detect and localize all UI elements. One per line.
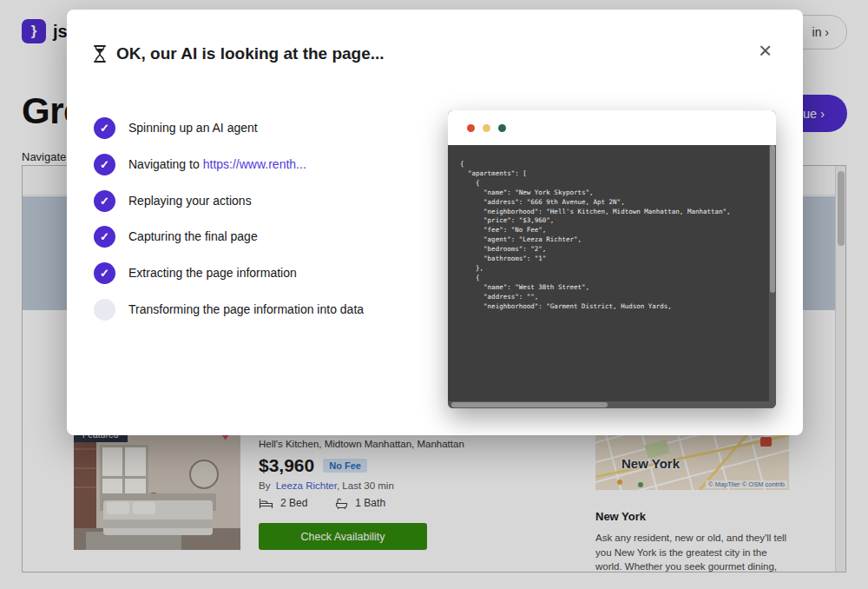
code-line: "address": "666 9th Avenue, Apt 2N", bbox=[460, 198, 757, 208]
check-glyph: ✓ bbox=[100, 195, 109, 208]
check-glyph: ✓ bbox=[100, 158, 109, 171]
step-label: Transforming the page information into d… bbox=[128, 302, 364, 316]
code-window-titlebar bbox=[448, 110, 776, 145]
code-vertical-scrollbar[interactable] bbox=[769, 145, 776, 401]
pending-circle-icon bbox=[94, 299, 115, 321]
step-label: Replaying your actions bbox=[128, 194, 252, 208]
code-line: { bbox=[460, 179, 757, 189]
code-line: "name": "West 38th Street", bbox=[460, 283, 757, 293]
step-row-6: Transforming the page information into d… bbox=[94, 298, 364, 321]
scrollbar-thumb[interactable] bbox=[451, 402, 608, 407]
traffic-light-green-icon bbox=[498, 124, 506, 132]
step-label: Spinning up an AI agent bbox=[128, 121, 258, 135]
navigated-url-link[interactable]: https://www.renth... bbox=[203, 157, 306, 171]
check-circle-icon: ✓ bbox=[94, 117, 115, 139]
code-line: { bbox=[460, 274, 757, 283]
step-row-2: ✓ Navigating tohttps://www.renth... bbox=[94, 153, 306, 175]
traffic-light-red-icon bbox=[467, 124, 475, 132]
check-glyph: ✓ bbox=[100, 267, 109, 280]
scrollbar-thumb[interactable] bbox=[770, 145, 775, 293]
code-line: "name": "New York Skyports", bbox=[460, 189, 757, 198]
scrollbar-corner bbox=[769, 401, 776, 408]
traffic-light-yellow-icon bbox=[483, 124, 490, 132]
step-row-3: ✓ Replaying your actions bbox=[94, 189, 252, 212]
code-window-body: { "apartments": [ { "name": "New York Sk… bbox=[448, 145, 776, 408]
modal-title: OK, our AI is looking at the page... bbox=[116, 44, 385, 63]
code-line: "address": "", bbox=[460, 293, 757, 302]
step-label: Capturing the final page bbox=[128, 229, 258, 243]
check-glyph: ✓ bbox=[100, 230, 109, 243]
code-line: "price": "$3,960", bbox=[460, 216, 757, 226]
close-icon[interactable]: × bbox=[759, 39, 772, 62]
step-label-text: Navigating to bbox=[128, 157, 200, 171]
check-circle-icon: ✓ bbox=[94, 154, 115, 175]
code-line: "neighborhood": "Hell's Kitchen, Midtown… bbox=[460, 208, 757, 217]
check-circle-icon: ✓ bbox=[94, 190, 115, 212]
step-label: Navigating tohttps://www.renth... bbox=[128, 157, 306, 171]
hourglass-icon bbox=[93, 45, 107, 63]
check-circle-icon: ✓ bbox=[94, 262, 115, 284]
modal-title-row: OK, our AI is looking at the page... bbox=[93, 44, 385, 63]
step-label: Extracting the page information bbox=[128, 266, 297, 280]
code-window: { "apartments": [ { "name": "New York Sk… bbox=[448, 110, 776, 408]
code-line: "fee": "No Fee", bbox=[460, 226, 757, 235]
check-circle-icon: ✓ bbox=[94, 226, 115, 248]
step-row-1: ✓ Spinning up an AI agent bbox=[94, 116, 258, 139]
check-glyph: ✓ bbox=[100, 122, 109, 135]
code-line: "agent": "Leeza Richter", bbox=[460, 235, 757, 245]
step-row-4: ✓ Capturing the final page bbox=[94, 225, 258, 248]
code-line: "neighborhood": "Garment District, Hudso… bbox=[460, 302, 757, 312]
code-horizontal-scrollbar[interactable] bbox=[448, 401, 769, 408]
code-line: "bathrooms": "1" bbox=[460, 255, 757, 264]
code-line: }, bbox=[460, 264, 757, 274]
ai-progress-modal: OK, our AI is looking at the page... × ✓… bbox=[67, 10, 803, 435]
code-line: { bbox=[460, 160, 757, 169]
step-row-5: ✓ Extracting the page information bbox=[94, 261, 297, 284]
code-line: "bedrooms": "2", bbox=[460, 245, 757, 255]
code-line: "apartments": [ bbox=[460, 169, 757, 179]
